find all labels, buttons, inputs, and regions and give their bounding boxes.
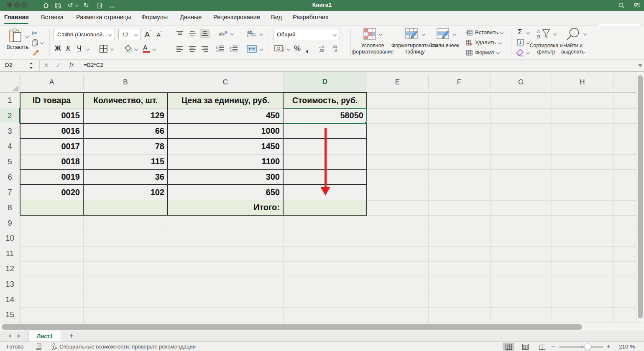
accessibility-status-text[interactable]: Специальные возможности: проверьте реком…	[59, 343, 196, 350]
column-header-g[interactable]: G	[490, 72, 552, 93]
tab-данные[interactable]: Данные	[180, 14, 202, 20]
align-center-icon[interactable]	[187, 44, 197, 53]
accounting-chevron-icon[interactable]	[287, 47, 290, 51]
row-header-5[interactable]: 5	[0, 154, 20, 170]
row-header-1[interactable]: 1	[0, 93, 20, 108]
select-all-corner[interactable]	[0, 72, 20, 93]
fill-handle[interactable]	[365, 121, 368, 124]
autosum-icon[interactable]: Σ	[518, 28, 522, 36]
table-cell-C6[interactable]: 300	[168, 169, 283, 185]
find-select-label[interactable]: Найти и выделить	[554, 43, 592, 55]
orientation-icon[interactable]: ab	[218, 29, 227, 38]
normal-view-button[interactable]	[503, 343, 514, 351]
row-header-2[interactable]: 2	[0, 108, 20, 124]
merge-center-chevron-icon[interactable]	[260, 47, 263, 51]
decrease-font-icon[interactable]: Аˇ	[156, 31, 162, 38]
column-header-b[interactable]: B	[83, 72, 168, 93]
find-select-icon[interactable]	[565, 27, 580, 41]
table-cell-C4[interactable]: 1450	[168, 139, 283, 154]
macro-record-icon[interactable]	[36, 343, 42, 350]
cell-styles-chevron-icon[interactable]	[453, 32, 456, 36]
percent-style-icon[interactable]: %	[294, 44, 301, 53]
tab-рецензирование[interactable]: Рецензирование	[213, 14, 260, 20]
table-cell-A2[interactable]: 0015	[20, 108, 83, 124]
vertical-scrollbar-thumb[interactable]	[638, 75, 643, 318]
increase-decimal-icon[interactable]: ←0 ,00	[319, 45, 324, 53]
horizontal-scrollbar-thumb[interactable]	[2, 324, 582, 330]
font-name-select[interactable]: Calibri (Основной...	[54, 29, 115, 40]
format-as-table-icon[interactable]	[405, 28, 419, 40]
horizontal-scrollbar[interactable]	[0, 323, 644, 331]
column-header-a[interactable]: A	[20, 72, 83, 93]
align-right-icon[interactable]	[200, 44, 210, 53]
wrap-text-chevron-icon[interactable]	[260, 32, 263, 36]
copy-chevron-icon[interactable]	[40, 41, 43, 44]
row-header-6[interactable]: 6	[0, 169, 20, 185]
increase-indent-icon[interactable]	[229, 45, 238, 51]
active-cell-selection[interactable]	[283, 108, 367, 124]
merge-center-icon[interactable]	[247, 45, 257, 53]
table-total-value-cell[interactable]	[283, 200, 367, 216]
column-header-f[interactable]: F	[428, 72, 490, 93]
row-header-14[interactable]: 14	[0, 292, 20, 307]
table-cell-B3[interactable]: 66	[83, 123, 168, 139]
table-header-cell[interactable]: ID товара	[20, 93, 83, 108]
cell-styles-icon[interactable]	[437, 28, 451, 40]
bold-button[interactable]: Ж	[55, 45, 61, 52]
row-header-7[interactable]: 7	[0, 185, 20, 200]
table-cell-A3[interactable]: 0016	[20, 123, 83, 139]
row-header-3[interactable]: 3	[0, 123, 20, 139]
tab-вставка[interactable]: Вставка	[41, 14, 64, 20]
table-cell-C3[interactable]: 1000	[168, 123, 283, 139]
next-sheet-icon[interactable]	[18, 334, 20, 338]
row-header-13[interactable]: 13	[0, 277, 20, 292]
borders-chevron-icon[interactable]	[110, 47, 114, 51]
table-total-label-cell[interactable]: Итого:	[20, 200, 283, 216]
tab-вид[interactable]: Вид	[271, 14, 282, 20]
column-header-c[interactable]: C	[168, 72, 283, 93]
underline-button[interactable]: Ч	[77, 45, 82, 52]
table-cell-A6[interactable]: 0019	[20, 169, 83, 185]
formula-input[interactable]: =B2*C2	[84, 62, 103, 68]
align-middle-icon[interactable]	[187, 29, 197, 38]
increase-font-icon[interactable]: Аˆ	[145, 30, 151, 39]
align-bottom-icon[interactable]	[200, 29, 210, 38]
table-cell-B2[interactable]: 129	[83, 108, 168, 124]
column-header-e[interactable]: E	[367, 72, 428, 93]
table-cell-A4[interactable]: 0017	[20, 139, 83, 154]
delete-cells-button[interactable]: Удалить	[466, 39, 501, 46]
tab-разметка-страницы[interactable]: Разметка страницы	[76, 14, 131, 20]
font-size-select[interactable]: 12	[118, 29, 141, 40]
italic-button[interactable]: К	[66, 45, 71, 52]
comma-style-icon[interactable]: ,	[306, 43, 309, 54]
table-cell-B7[interactable]: 102	[83, 185, 168, 200]
row-header-8[interactable]: 8	[0, 200, 20, 216]
table-cell-C5[interactable]: 1100	[168, 154, 283, 170]
table-header-cell[interactable]: Количество, шт.	[83, 93, 168, 108]
tab-главная[interactable]: Главная	[4, 14, 29, 20]
paste-chevron-icon[interactable]	[26, 35, 29, 38]
number-format-select[interactable]: Общий	[273, 29, 340, 40]
prev-sheet-icon[interactable]	[8, 334, 11, 338]
vertical-scrollbar[interactable]	[636, 72, 644, 323]
conditional-chevron-icon[interactable]	[379, 32, 382, 36]
cell-styles-label[interactable]: Стили ячеек	[427, 43, 461, 49]
format-cells-button[interactable]: Формат	[466, 49, 499, 56]
fill-down-icon[interactable]	[517, 39, 524, 46]
insert-cells-button[interactable]: Вставить	[466, 29, 503, 36]
copy-icon[interactable]	[32, 39, 38, 46]
table-cell-B5[interactable]: 115	[83, 154, 168, 170]
name-box[interactable]: D2	[0, 60, 40, 71]
row-header-12[interactable]: 12	[0, 261, 20, 277]
format-painter-icon[interactable]	[32, 49, 39, 56]
zoom-level[interactable]: 210 %	[619, 343, 635, 350]
confirm-entry-icon[interactable]: ✓	[56, 61, 61, 69]
table-cell-C2[interactable]: 450	[168, 108, 283, 124]
column-header-d[interactable]: D	[283, 72, 367, 93]
format-as-table-chevron-icon[interactable]	[422, 32, 425, 36]
page-layout-view-button[interactable]	[519, 343, 531, 351]
page-break-view-button[interactable]	[536, 343, 548, 351]
cancel-entry-icon[interactable]: ✕	[43, 61, 49, 69]
tab-разработчик[interactable]: Разработчик	[293, 14, 328, 20]
table-cell-B4[interactable]: 78	[83, 139, 168, 154]
